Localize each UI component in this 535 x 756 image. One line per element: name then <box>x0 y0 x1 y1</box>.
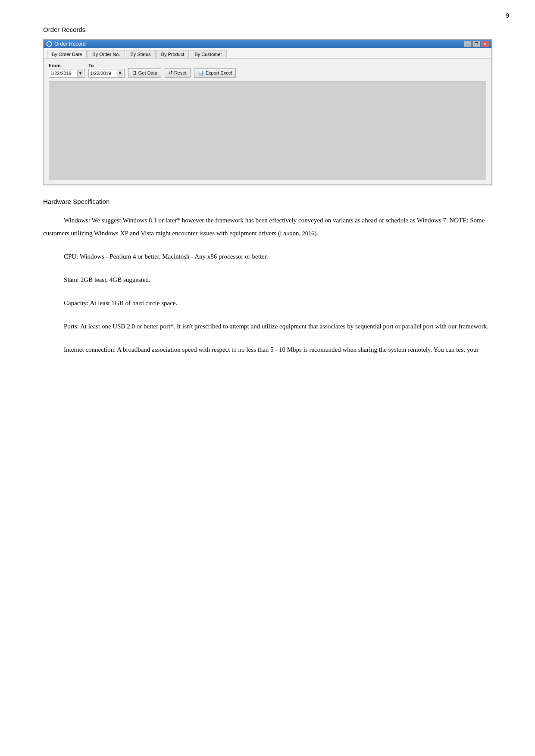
export-excel-label: Export Excel <box>206 70 232 75</box>
paragraph-ports: Ports: At least one USB 2.0 or better po… <box>43 320 492 333</box>
paragraph-cpu-text: CPU: Windows - Pentium 4 or better. Maci… <box>64 250 492 263</box>
window-titlebar: Order Record — ❐ ✕ <box>44 40 491 48</box>
from-date-input[interactable] <box>50 71 77 76</box>
to-filter-group: To ▼ <box>88 63 125 78</box>
to-date-picker-button[interactable]: ▼ <box>117 70 123 77</box>
tab-by-order-date[interactable]: By Order Date <box>47 50 87 58</box>
filter-row: From ▼ To ▼ 🗒 Get D <box>49 63 486 78</box>
order-records-title: Order Records <box>43 26 492 33</box>
to-date-input[interactable] <box>90 71 117 76</box>
reset-label: Reset <box>174 70 187 75</box>
get-data-label: Get Data <box>138 70 157 75</box>
close-button[interactable]: ✕ <box>481 41 489 47</box>
to-date-input-wrap[interactable]: ▼ <box>88 69 125 78</box>
paragraph-windows-text: Windows: We suggest Windows 8.1 or later… <box>43 214 492 240</box>
minimize-button[interactable]: — <box>464 41 472 47</box>
data-display-area <box>49 81 486 180</box>
order-record-window: Order Record — ❐ ✕ By Order Date By Orde… <box>43 39 492 185</box>
export-excel-button[interactable]: 📊 Export Excel <box>194 68 236 78</box>
window-controls[interactable]: — ❐ ✕ <box>464 41 489 47</box>
get-data-button[interactable]: 🗒 Get Data <box>128 68 161 78</box>
svg-point-0 <box>47 42 51 46</box>
reset-button[interactable]: ↺ Reset <box>165 68 191 78</box>
tab-by-status[interactable]: By Status <box>126 50 156 58</box>
from-date-picker-button[interactable]: ▼ <box>77 70 83 77</box>
restore-button[interactable]: ❐ <box>472 41 480 47</box>
tab-by-order-no[interactable]: By Order No. <box>88 50 125 58</box>
paragraph-slam: Slam: 2GB least, 4GB suggested. <box>43 273 492 286</box>
tab-by-product[interactable]: By Product <box>156 50 189 58</box>
reset-icon: ↺ <box>169 70 173 76</box>
from-filter-group: From ▼ <box>49 63 85 78</box>
tab-by-customer[interactable]: By Customer <box>190 50 227 58</box>
window-title: Order Record <box>54 41 86 47</box>
export-excel-icon: 📊 <box>198 70 204 76</box>
get-data-icon: 🗒 <box>132 70 137 76</box>
hardware-spec-title: Hardware Specification <box>43 198 492 205</box>
page-number: 9 <box>506 12 509 19</box>
from-label: From <box>49 63 85 68</box>
window-app-icon <box>46 41 52 47</box>
paragraph-capacity: Capacity: At least 1GB of hard circle sp… <box>43 297 492 309</box>
paragraph-ports-text: Ports: At least one USB 2.0 or better po… <box>43 320 492 333</box>
paragraph-windows: Windows: We suggest Windows 8.1 or later… <box>43 214 492 240</box>
titlebar-left: Order Record <box>46 41 86 47</box>
paragraph-internet-text: Internet connection: A broadband associa… <box>43 343 492 356</box>
window-body: From ▼ To ▼ 🗒 Get D <box>44 59 491 184</box>
to-label: To <box>88 63 125 68</box>
paragraph-slam-text: Slam: 2GB least, 4GB suggested. <box>64 273 492 286</box>
citation-laudon: Laudon, 2016 <box>280 230 315 237</box>
window-tabs: By Order Date By Order No. By Status By … <box>44 48 491 59</box>
paragraph-cpu: CPU: Windows - Pentium 4 or better. Maci… <box>43 250 492 263</box>
from-date-input-wrap[interactable]: ▼ <box>49 69 85 78</box>
paragraph-capacity-text: Capacity: At least 1GB of hard circle sp… <box>64 297 492 309</box>
paragraph-internet: Internet connection: A broadband associa… <box>43 343 492 356</box>
